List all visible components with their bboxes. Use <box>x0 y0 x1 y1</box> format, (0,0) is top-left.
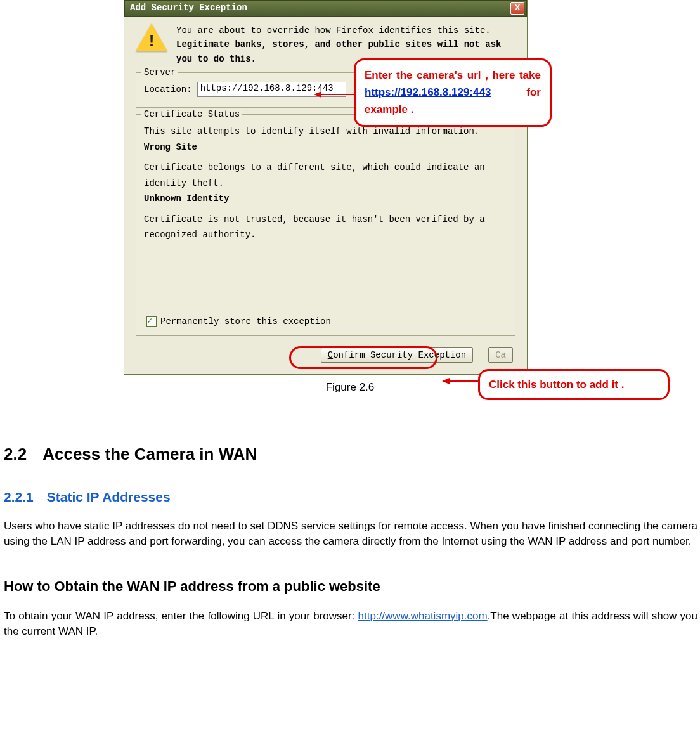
cancel-button[interactable]: Ca <box>488 347 513 363</box>
heading-obtain-wan-ip: How to Obtain the WAN IP address from a … <box>4 578 697 595</box>
permanently-store-checkbox[interactable] <box>146 316 157 327</box>
close-icon[interactable]: X <box>510 2 524 15</box>
unknown-identity-text: Certificate is not trusted, because it h… <box>144 212 507 243</box>
callout1-url-link[interactable]: https://192.168.8.129:443 <box>365 86 491 98</box>
arrow-to-location-input <box>314 91 355 98</box>
paragraph-static-ip: Users who have static IP addresses do no… <box>4 519 697 549</box>
callout2-text: Click this button to add it . <box>489 379 624 391</box>
server-legend: Server <box>141 67 178 77</box>
confirm-security-exception-button[interactable]: Confirm Security Exception <box>321 347 473 363</box>
wrong-site-text: Certificate belongs to a different site,… <box>144 160 507 191</box>
dialog-titlebar: Add Security Exception X <box>124 0 527 17</box>
certificate-status-groupbox: Certificate Status This site attempts to… <box>136 114 515 336</box>
location-label: Location: <box>144 84 192 94</box>
unknown-identity-heading: Unknown Identity <box>144 191 507 207</box>
p2-text-a: To obtain your WAN IP address, enter the… <box>4 610 358 622</box>
heading-2-2: 2.2 Access the Camera in WAN <box>4 444 697 464</box>
warning-icon <box>136 23 167 53</box>
whatismyip-link[interactable]: http://www.whatismyip.com <box>358 610 488 622</box>
intro-line1: You are about to override how Firefox id… <box>176 23 515 37</box>
callout1-text-a: Enter the camera's url , here take <box>365 69 541 81</box>
paragraph-obtain-wan-ip: To obtain your WAN IP address, enter the… <box>4 609 697 639</box>
heading-2-2-1: 2.2.1 Static IP Addresses <box>4 490 697 505</box>
security-exception-dialog: Add Security Exception X You are about t… <box>124 0 528 375</box>
wrong-site-heading: Wrong Site <box>144 139 507 155</box>
arrow-to-confirm-button <box>442 378 480 384</box>
callout-enter-url: Enter the camera's url , here take https… <box>354 58 552 127</box>
cert-legend: Certificate Status <box>141 109 242 119</box>
permanently-store-label: Permanently store this exception <box>160 316 331 327</box>
callout-click-confirm: Click this button to add it . <box>478 369 670 400</box>
dialog-title: Add Security Exception <box>130 3 247 13</box>
